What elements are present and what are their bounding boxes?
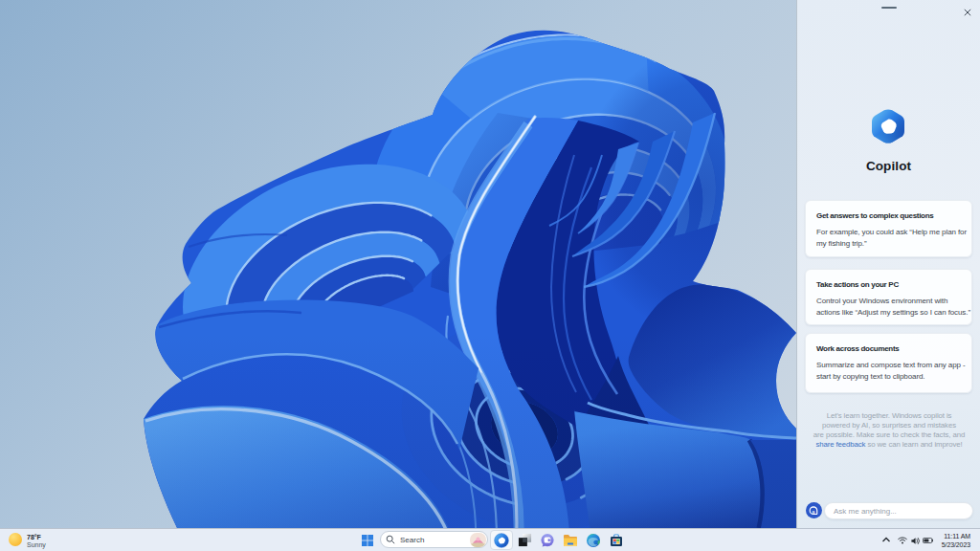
svg-text:a: a: [812, 508, 815, 514]
